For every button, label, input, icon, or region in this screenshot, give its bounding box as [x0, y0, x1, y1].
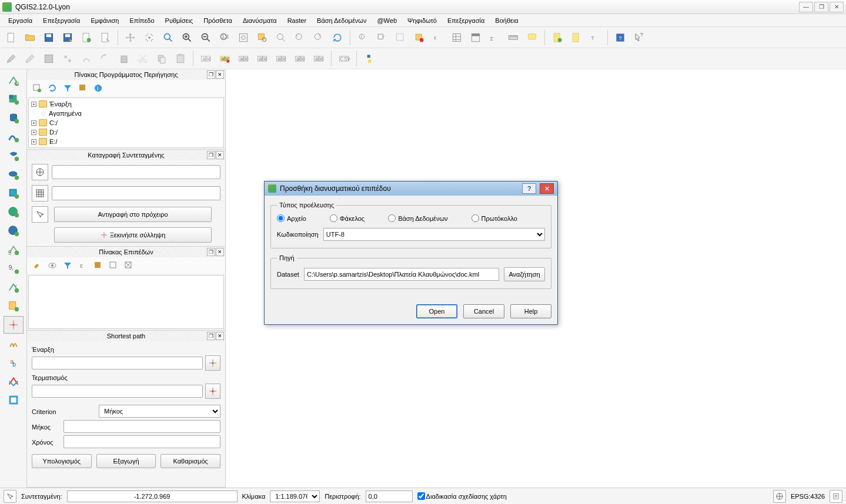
- bookmarks-button[interactable]: [567, 29, 585, 46]
- mouse-track-button[interactable]: [32, 206, 48, 223]
- cut-button[interactable]: [134, 50, 152, 68]
- time-input[interactable]: [63, 435, 220, 448]
- new-composer-button[interactable]: [78, 29, 95, 46]
- dialog-help-button[interactable]: ?: [522, 183, 536, 194]
- add-mssql-button[interactable]: [4, 147, 24, 164]
- close-button[interactable]: ✕: [830, 2, 844, 12]
- zoom-selection-button[interactable]: [253, 29, 271, 46]
- menu-item[interactable]: Βοήθεια: [490, 16, 523, 25]
- expander-icon[interactable]: +: [31, 130, 36, 135]
- node-tool-button[interactable]: [96, 50, 114, 68]
- zoom-layer-button[interactable]: [272, 29, 290, 46]
- rotation-input[interactable]: [366, 490, 413, 502]
- panel-close-button[interactable]: ✕: [216, 332, 224, 340]
- add-vector-button[interactable]: +: [4, 72, 24, 89]
- radio-protocol[interactable]: Πρωτόκολλο: [472, 214, 517, 222]
- criterion-select[interactable]: Μήκος: [99, 405, 220, 418]
- menu-item[interactable]: Πρόσθετα: [199, 16, 237, 25]
- pick-end-button[interactable]: [205, 384, 220, 399]
- menu-item[interactable]: Εμφάνιση: [86, 16, 123, 25]
- identify-button[interactable]: [159, 29, 177, 46]
- filter-icon[interactable]: [62, 83, 73, 93]
- save-button[interactable]: [40, 29, 58, 46]
- collapse-icon[interactable]: [108, 260, 119, 271]
- select-radius-button[interactable]: [392, 29, 409, 46]
- menu-item[interactable]: @Web: [372, 16, 402, 25]
- browser-tree[interactable]: +Έναρξη ☆Αγαπημένα +C:/ +D:/ +E:/ +F:/: [28, 98, 224, 148]
- save-as-button[interactable]: [59, 29, 76, 46]
- composer-manager-button[interactable]: [96, 29, 114, 46]
- identify-features-button[interactable]: i: [354, 29, 372, 46]
- field-calculator-button[interactable]: [467, 29, 484, 46]
- expander-icon[interactable]: +: [31, 120, 36, 126]
- expression-icon[interactable]: ε: [78, 260, 88, 271]
- panel-undock-button[interactable]: ❐: [207, 151, 215, 159]
- clear-button[interactable]: Καθαρισμός: [160, 454, 220, 468]
- coord-input-1[interactable]: [52, 165, 220, 179]
- menu-item[interactable]: Διανύσματα: [238, 16, 282, 25]
- statistics-button[interactable]: Σ: [486, 29, 503, 46]
- maximize-button[interactable]: ❐: [814, 2, 828, 12]
- add-wms-button[interactable]: [4, 184, 24, 202]
- coord-input[interactable]: [67, 490, 238, 502]
- menu-item[interactable]: Raster: [283, 16, 311, 25]
- menu-item[interactable]: Επίπεδο: [125, 16, 159, 25]
- add-layer-icon[interactable]: [32, 83, 42, 93]
- menu-item[interactable]: Επεξεργασία: [443, 16, 489, 25]
- map-tips-button[interactable]: [523, 29, 541, 46]
- menu-item[interactable]: Επεξεργασία: [38, 16, 85, 25]
- add-oracle-button[interactable]: [4, 166, 24, 183]
- paste-button[interactable]: [172, 50, 189, 68]
- expression-select-button[interactable]: ε: [429, 29, 447, 46]
- python-console-button[interactable]: [360, 50, 378, 68]
- label-show-button[interactable]: abc: [253, 50, 271, 68]
- add-postgis-button[interactable]: [4, 109, 24, 127]
- label-rotate-button[interactable]: abc: [291, 50, 309, 68]
- dataset-input[interactable]: [304, 268, 499, 281]
- copy-clipboard-button[interactable]: Αντιγραφή στο πρόχειρο: [54, 207, 212, 222]
- end-input[interactable]: [32, 385, 203, 398]
- save-edits-button[interactable]: [40, 50, 58, 68]
- add-wcs-button[interactable]: [4, 203, 24, 221]
- zoom-in-button[interactable]: [178, 29, 196, 46]
- coord-input-2[interactable]: [52, 186, 220, 200]
- annotation-button[interactable]: T: [586, 29, 604, 46]
- crs-picker-button[interactable]: [32, 164, 48, 180]
- bookmark-new-button[interactable]: [549, 29, 566, 46]
- start-input[interactable]: [32, 357, 203, 369]
- epsg-label[interactable]: EPSG:4326: [791, 493, 825, 500]
- panel-close-button[interactable]: ✕: [216, 248, 224, 256]
- new-project-button[interactable]: [2, 29, 20, 46]
- label-move-button[interactable]: abc: [272, 50, 290, 68]
- pan-button[interactable]: [122, 29, 139, 46]
- visibility-icon[interactable]: [47, 260, 58, 271]
- dialog-help-btn[interactable]: Help: [510, 304, 551, 318]
- deselect-button[interactable]: [410, 29, 428, 46]
- add-virtual-button[interactable]: [4, 278, 24, 296]
- panel-undock-button[interactable]: ❐: [207, 332, 215, 340]
- menu-item[interactable]: Ρυθμίσεις: [160, 16, 198, 25]
- length-input[interactable]: [63, 420, 220, 433]
- panel-undock-button[interactable]: ❐: [207, 248, 215, 256]
- measure-button[interactable]: [504, 29, 522, 46]
- messages-icon[interactable]: [4, 490, 16, 503]
- expand-icon[interactable]: [93, 260, 103, 271]
- radio-dir[interactable]: Φάκελος: [330, 214, 365, 222]
- crs-icon[interactable]: [773, 490, 786, 503]
- map-canvas[interactable]: Προσθήκη διανυσματικού επιπέδου ? ✕ Τύπο…: [226, 69, 846, 488]
- open-button[interactable]: Open: [416, 304, 457, 318]
- layers-tree[interactable]: [28, 275, 224, 329]
- edit-button[interactable]: [2, 50, 20, 68]
- radio-file[interactable]: Αρχείο: [277, 214, 306, 222]
- radio-db[interactable]: Βάση Δεδομένων: [388, 214, 447, 222]
- csw-button[interactable]: CSW: [335, 50, 353, 68]
- zoom-full-button[interactable]: [235, 29, 252, 46]
- roadgraph-button[interactable]: [4, 335, 24, 352]
- open-project-button[interactable]: [21, 29, 39, 46]
- text-annotation-button[interactable]: ab: [4, 354, 24, 371]
- vector-overlay-button[interactable]: [4, 372, 24, 390]
- log-icon[interactable]: [830, 490, 842, 503]
- add-feature-button[interactable]: [59, 50, 76, 68]
- encoding-select[interactable]: UTF-8: [323, 228, 545, 241]
- cancel-button[interactable]: Cancel: [463, 304, 504, 318]
